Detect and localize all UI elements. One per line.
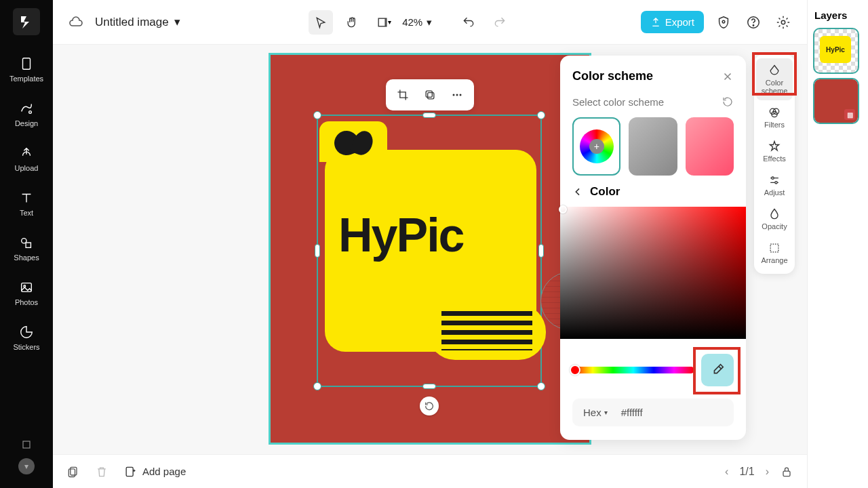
resize-handle-ne[interactable] — [537, 111, 545, 119]
rotate-handle[interactable] — [420, 396, 439, 415]
resize-handle-se[interactable] — [537, 382, 545, 390]
zoom-text: 42% — [402, 16, 422, 28]
panel-title: Color scheme — [572, 69, 653, 83]
rail-photos[interactable]: Photos — [15, 279, 38, 306]
hex-label: Hex ▾ — [583, 407, 608, 418]
cloud-icon[interactable] — [66, 13, 85, 32]
layer-thumb-1[interactable]: HyPic — [814, 29, 858, 73]
resize-handle-nw[interactable] — [313, 111, 321, 119]
svg-point-20 — [772, 177, 774, 179]
pink-swatch[interactable] — [686, 117, 734, 176]
chevron-down-icon: ▾ — [174, 15, 180, 29]
rail-shapes[interactable]: Shapes — [14, 235, 39, 262]
hand-tool[interactable] — [340, 10, 364, 35]
lock-icon[interactable] — [780, 465, 793, 479]
hypic-graphic[interactable]: HyPic — [325, 150, 536, 352]
zoom-level[interactable]: 42%▾ — [402, 16, 432, 28]
expand-button[interactable]: ▾ — [18, 458, 35, 474]
toolstrip-effects[interactable]: Effects — [756, 134, 793, 168]
export-button[interactable]: Export — [641, 11, 704, 33]
undo-button[interactable] — [456, 10, 481, 35]
eyedropper-button[interactable] — [701, 354, 734, 386]
pages-button[interactable] — [66, 465, 80, 479]
svg-rect-0 — [22, 58, 30, 70]
artboard-tool[interactable]: ▾ — [371, 10, 395, 35]
gray-swatch[interactable] — [629, 117, 677, 176]
scheme-select-input[interactable] — [572, 96, 701, 108]
redo-button[interactable] — [488, 10, 512, 35]
app-logo[interactable] — [13, 8, 40, 35]
svg-rect-4 — [22, 283, 32, 292]
hex-input-row[interactable]: Hex ▾ #ffffff — [572, 399, 734, 426]
rail-templates[interactable]: Templates — [9, 56, 43, 83]
resize-handle-sw[interactable] — [313, 382, 321, 390]
hue-slider[interactable] — [572, 367, 694, 373]
thumb-graphic: HyPic — [820, 36, 851, 63]
select-tool[interactable] — [309, 10, 333, 35]
toolstrip-filters[interactable]: Filters — [756, 100, 793, 134]
settings-icon[interactable] — [773, 12, 793, 33]
ts-label: Adjust — [764, 188, 785, 197]
help-icon[interactable] — [743, 12, 764, 33]
layer-thumb-2[interactable]: ▩ — [814, 79, 858, 123]
color-subtitle: Color — [590, 185, 620, 199]
next-page[interactable]: › — [766, 466, 769, 478]
svg-rect-6 — [23, 441, 30, 448]
ts-label: Opacity — [762, 222, 787, 230]
duplicate-button[interactable] — [420, 85, 440, 105]
toolstrip-opacity[interactable]: Opacity — [756, 202, 793, 236]
prev-page[interactable]: ‹ — [725, 466, 728, 478]
toolstrip-arrange[interactable]: Arrange — [756, 236, 793, 270]
color-scheme-panel: Color scheme + Color — [560, 56, 746, 440]
adjust-icon — [768, 174, 781, 187]
artboard[interactable]: HyPic — [269, 53, 591, 445]
crop-button[interactable] — [393, 85, 413, 105]
svg-rect-25 — [126, 467, 133, 476]
templates-icon — [18, 56, 35, 72]
resize-handle-e[interactable] — [538, 244, 544, 258]
more-icon[interactable] — [20, 438, 33, 451]
more-button[interactable] — [447, 85, 467, 105]
sv-indicator[interactable] — [559, 205, 567, 214]
hue-indicator[interactable] — [570, 365, 580, 375]
svg-rect-22 — [770, 244, 778, 252]
selection-box[interactable]: HyPic — [317, 115, 542, 387]
bg-indicator-icon: ▩ — [844, 109, 855, 120]
shapes-icon — [18, 235, 35, 251]
saturation-value-picker[interactable] — [560, 207, 746, 339]
rail-design[interactable]: Design — [15, 100, 38, 127]
rail-label: Templates — [9, 75, 43, 83]
add-page-button[interactable]: Add page — [123, 465, 186, 479]
rail-label: Text — [20, 209, 33, 217]
ts-label: Effects — [763, 155, 785, 163]
effects-icon — [768, 140, 781, 153]
toolstrip-adjust[interactable]: Adjust — [756, 168, 793, 202]
close-icon[interactable] — [722, 70, 734, 83]
bottom-bar: Add page ‹ 1/1 › — [53, 454, 807, 488]
design-icon — [18, 100, 35, 117]
rail-stickers[interactable]: Stickers — [13, 324, 39, 351]
document-title[interactable]: Untitled image ▾ — [95, 15, 180, 29]
export-label: Export — [665, 16, 694, 28]
rail-label: Shapes — [14, 253, 39, 262]
svg-rect-23 — [71, 467, 77, 475]
back-icon[interactable] — [572, 186, 583, 197]
resize-handle-n[interactable] — [422, 113, 436, 118]
svg-point-1 — [29, 111, 32, 114]
add-page-label: Add page — [142, 466, 186, 477]
svg-point-10 — [753, 24, 753, 25]
reset-icon[interactable] — [722, 96, 734, 108]
resize-handle-s[interactable] — [422, 384, 436, 389]
rail-label: Design — [15, 119, 38, 127]
page-count: 1/1 — [739, 466, 754, 478]
svg-rect-3 — [26, 243, 31, 247]
right-toolstrip: Color scheme Filters Effects Adjust Opac… — [754, 54, 795, 274]
shield-icon[interactable] — [713, 12, 734, 33]
rail-label: Upload — [15, 164, 39, 172]
delete-button[interactable] — [95, 465, 108, 479]
svg-rect-26 — [783, 471, 790, 476]
resize-handle-w[interactable] — [315, 244, 320, 258]
rail-upload[interactable]: Upload — [15, 145, 39, 172]
color-wheel-swatch[interactable]: + — [572, 117, 620, 176]
rail-text[interactable]: Text — [18, 190, 35, 217]
